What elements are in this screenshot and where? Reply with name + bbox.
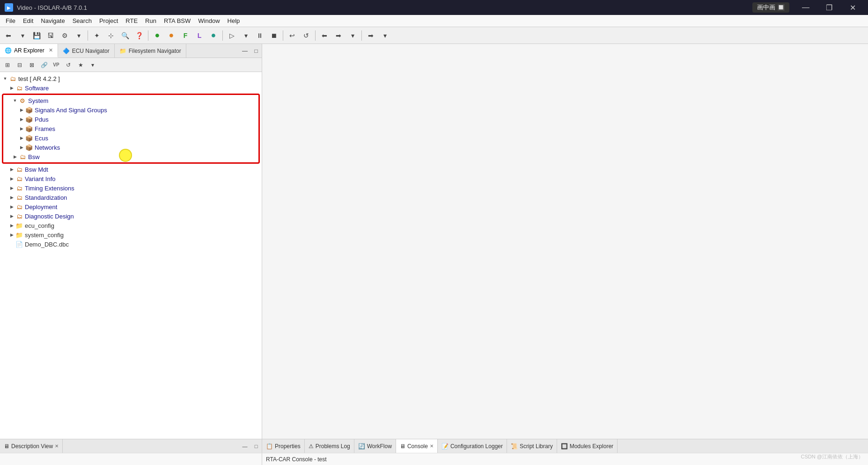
expand-btn[interactable]: ⊟ [14,59,25,71]
maximize-button[interactable]: ❐ [818,0,840,15]
bottom-maximize-btn[interactable]: □ [250,441,262,452]
console-close[interactable]: ✕ [430,443,434,449]
tab-description-view[interactable]: 🖥 Description View ✕ [0,439,63,453]
toolbar-pause-btn[interactable]: ⏸ [253,29,266,42]
toolbar-dropdown5-btn[interactable]: ▾ [378,29,391,42]
toolbar-help-btn[interactable]: ❓ [132,29,146,42]
toolbar-nav-btn[interactable]: ➡ [364,29,377,42]
collapse-btn[interactable]: ⊞ [2,59,13,71]
menu-rta-bsw[interactable]: RTA BSW [160,16,194,25]
toolbar-dropdown-btn[interactable]: ▾ [16,29,29,42]
system-toggle[interactable]: ▼ [12,97,18,104]
menu-project[interactable]: Project [96,16,122,25]
bswmdt-toggle[interactable]: ▶ [8,166,15,173]
tree-item-ecuconfig[interactable]: ▶ 📁 ecu_config [0,221,262,230]
tab-config-logger[interactable]: 📝 Configuration Logger [438,439,507,453]
toolbar-f-btn[interactable]: F [179,29,192,42]
tab-workflow[interactable]: 🔄 WorkFlow [354,439,396,453]
frames-toggle[interactable]: ▶ [18,125,25,132]
toolbar-save-btn[interactable]: 💾 [30,29,43,42]
tab-console[interactable]: 🖥 Console ✕ [396,439,438,453]
software-toggle[interactable]: ▶ [8,85,15,91]
tab-ecu-navigator[interactable]: 🔷 ECU Navigator [58,44,115,58]
toolbar-redo-btn[interactable]: ↺ [300,29,313,42]
menu-run[interactable]: Run [141,16,160,25]
dropdown-panel-btn[interactable]: ▾ [87,59,98,71]
menu-search[interactable]: Search [69,16,96,25]
toolbar-dropdown3-btn[interactable]: ▾ [239,29,252,42]
menu-navigate[interactable]: Navigate [37,16,68,25]
menu-rte[interactable]: RTE [122,16,141,25]
diagdesign-toggle[interactable]: ▶ [8,213,15,219]
timingext-toggle[interactable]: ▶ [8,185,15,191]
desc-view-close[interactable]: ✕ [55,443,59,449]
tab-script-library[interactable]: 📜 Script Library [507,439,557,453]
tree-item-networks[interactable]: ▶ 📦 Networks [3,143,258,152]
sysconfig-toggle[interactable]: ▶ [8,232,15,238]
menu-file[interactable]: File [2,16,19,25]
maximize-panel-btn[interactable]: □ [250,45,262,57]
toolbar-orange-btn[interactable]: ● [165,29,178,42]
ar-explorer-tree[interactable]: ▼ 🗂 test [ AR 4.2.2 ] ▶ 🗂 Software ▼ ⚙ S… [0,72,262,439]
toolbar-dropdown4-btn[interactable]: ▾ [346,29,359,42]
close-button[interactable]: ✕ [842,0,863,15]
toolbar-stop-btn[interactable]: ⏹ [267,29,280,42]
tree-root[interactable]: ▼ 🗂 test [ AR 4.2.2 ] [0,74,262,83]
tab-modules-explorer[interactable]: 🔲 Modules Explorer [557,439,618,453]
tree-item-standardization[interactable]: ▶ 🗂 Standardization [0,193,262,202]
tree-item-variantinfo[interactable]: ▶ 🗂 Variant Info [0,174,262,183]
tree-item-timingext[interactable]: ▶ 🗂 Timing Extensions [0,183,262,193]
link-btn[interactable]: 🔗 [38,59,50,71]
networks-toggle[interactable]: ▶ [18,144,25,151]
tree-item-software[interactable]: ▶ 🗂 Software [0,83,262,93]
toolbar-green-btn[interactable]: ● [151,29,164,42]
grid-btn[interactable]: ⊠ [26,59,37,71]
menu-window[interactable]: Window [194,16,223,25]
menu-edit[interactable]: Edit [19,16,37,25]
tab-problems-log[interactable]: ⚠ Problems Log [305,439,354,453]
pdus-toggle[interactable]: ▶ [18,116,25,123]
tree-item-bsw-partial[interactable]: ▶ 🗂 Bsw [3,152,258,161]
pip-button[interactable]: 画中画 🔲 [752,2,789,13]
tab-properties[interactable]: 📋 Properties [262,439,305,453]
ecus-toggle[interactable]: ▶ [18,135,25,141]
toolbar-save2-btn[interactable]: 🖫 [44,29,57,42]
ar-explorer-close[interactable]: ✕ [49,47,53,53]
tab-ar-explorer[interactable]: 🌐 AR Explorer ✕ [0,44,58,58]
tree-item-bswmdt[interactable]: ▶ 🗂 Bsw Mdt [0,165,262,174]
bottom-minimize-btn[interactable]: — [239,441,250,452]
toolbar-cursor-btn[interactable]: ✦ [90,29,103,42]
tab-filesystem-navigator[interactable]: 📁 Filesystem Navigator [115,44,186,58]
toolbar-l-btn[interactable]: L [193,29,206,42]
toolbar-forward-btn[interactable]: ➡ [332,29,345,42]
toolbar-config-btn[interactable]: ⚙ [58,29,71,42]
toolbar-back2-btn[interactable]: ⬅ [318,29,331,42]
minimize-button[interactable]: — [795,0,817,15]
toolbar-undo-btn[interactable]: ↩ [286,29,299,42]
standardization-toggle[interactable]: ▶ [8,194,15,201]
toolbar-back-btn[interactable]: ⬅ [2,29,15,42]
tree-item-ecus[interactable]: ▶ 📦 Ecus [3,133,258,143]
variantinfo-toggle[interactable]: ▶ [8,175,15,182]
refresh-btn[interactable]: ↺ [63,59,74,71]
toolbar-teal-btn[interactable]: ● [207,29,220,42]
signals-toggle[interactable]: ▶ [18,107,25,113]
root-toggle[interactable]: ▼ [2,75,8,82]
tree-item-diagdesign[interactable]: ▶ 🗂 Diagnostic Design [0,211,262,221]
toolbar-run-btn[interactable]: ▷ [225,29,238,42]
star-btn[interactable]: ★ [75,59,86,71]
tree-item-system[interactable]: ▼ ⚙ System [3,96,258,105]
tree-item-sysconfig[interactable]: ▶ 📁 system_config [0,230,262,240]
ecuconfig-toggle[interactable]: ▶ [8,222,15,229]
tree-item-pdus[interactable]: ▶ 📦 Pdus [3,115,258,124]
tree-item-demodbc[interactable]: 📄 Demo_DBC.dbc [0,240,262,249]
bsw-toggle[interactable]: ▶ [12,153,18,160]
toolbar-dropdown2-btn[interactable]: ▾ [72,29,85,42]
toolbar-zoom-btn[interactable]: 🔍 [118,29,132,42]
deployment-toggle[interactable]: ▶ [8,203,15,210]
menu-help[interactable]: Help [224,16,244,25]
toolbar-select-btn[interactable]: ⊹ [104,29,118,42]
tree-item-signals[interactable]: ▶ 📦 Signals And Signal Groups [3,105,258,115]
vp-btn[interactable]: VP [51,59,62,71]
minimize-panel-btn[interactable]: — [239,45,250,57]
